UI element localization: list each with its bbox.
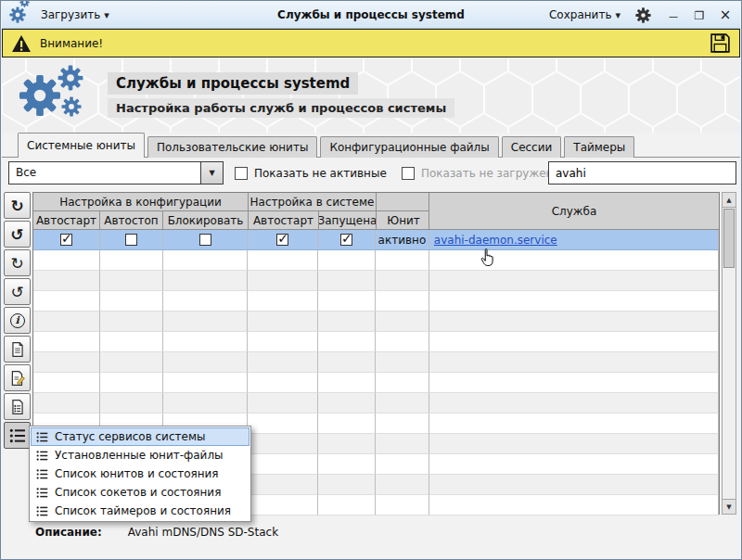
minimize-button[interactable] [666,8,681,22]
list-icon [36,468,48,480]
menu-item-label: Список юнитов и состояния [55,467,219,480]
menu-item-timers-state[interactable]: Список таймеров и состояния [31,502,249,520]
dropdown-arrow-icon[interactable] [200,162,223,184]
search-input[interactable] [548,161,736,185]
service-link[interactable]: avahi-daemon.service [434,234,557,247]
info-icon [10,313,25,328]
col-unit-header[interactable]: Юнит [377,211,430,230]
save-file-icon[interactable] [710,32,731,54]
app-logo-gears-icon [15,65,100,126]
page-subtitle: Настройка работы служб и процессов систе… [108,98,454,118]
app-window: Загрузить Службы и процессы systemd Сохр… [0,0,742,560]
refresh-button[interactable] [4,192,31,219]
group-blank-header [377,193,430,211]
list-icon [36,505,48,517]
menu-item-label: Статус сервисов системы [55,430,205,443]
settings-gear-button[interactable] [635,7,651,23]
checkbox-box[interactable] [235,167,248,180]
status-list-button[interactable] [4,422,31,449]
table-row [33,373,719,393]
autostart-config-checkbox[interactable] [60,234,72,246]
status-bar: Описание: Avahi mDNS/DNS SD-Stack [2,520,740,559]
list-icon [36,487,48,499]
list-icon [36,450,48,462]
scroll-up-button[interactable] [723,193,736,208]
unit-status: активно [378,234,427,247]
table-row [33,332,719,352]
scope-select[interactable]: Все [8,161,224,185]
tab-sessions[interactable]: Сессии [502,136,562,158]
show-inactive-checkbox[interactable]: Показать не активные [235,161,387,185]
document-icon [9,341,26,358]
service-row-avahi[interactable]: активно avahi-daemon.service [33,230,719,250]
document-list-icon [9,399,26,415]
table-row [33,312,719,332]
app-header: Службы и процессы systemd Настройка рабо… [2,57,740,133]
menu-item-sockets-state[interactable]: Список сокетов и состояния [31,483,249,502]
scope-select-value: Все [9,162,200,184]
list-icon [36,431,48,443]
table-row [33,352,719,373]
col-service-header[interactable]: Служба [429,193,719,230]
description-value: Avahi mDNS/DNS SD-Stack [128,526,278,539]
show-inactive-label: Показать не активные [254,167,387,180]
gear-icon [9,6,26,23]
col-block-header[interactable]: Блокировать [163,211,249,230]
running-checkbox[interactable] [340,234,352,246]
menu-item-installed-unit-files[interactable]: Установленные юнит-файлы [31,446,249,465]
gear-small-icon [19,0,30,7]
document-edit-icon [9,370,26,387]
description-label: Описание: [35,526,102,539]
table-row [33,250,719,271]
save-menu-label: Сохранить [549,8,612,21]
journal-button[interactable] [4,393,31,420]
checkbox-box[interactable] [402,167,415,180]
chevron-down-icon [104,8,109,21]
col-autostop-header[interactable]: Автостоп [100,211,163,230]
warning-icon [11,34,32,53]
view-unit-file-button[interactable] [4,336,31,363]
scroll-down-button[interactable] [723,499,736,514]
list-menu-icon [9,427,26,444]
table-row [33,271,719,291]
menu-item-label: Установленные юнит-файлы [55,449,224,462]
col-autostart-system-header[interactable]: Автостарт [249,211,319,230]
col-autostart-config-header[interactable]: Автостарт [33,211,100,230]
autostop-checkbox[interactable] [125,234,137,246]
menu-item-label: Список таймеров и состояния [55,504,231,517]
restart-service-button[interactable] [4,221,31,248]
menu-item-units-state[interactable]: Список юнитов и состояния [31,465,249,483]
undo-button[interactable] [4,278,31,305]
maximize-button[interactable] [692,8,707,22]
menu-item-service-status[interactable]: Статус сервисов системы [31,427,249,446]
tab-config-files[interactable]: Конфигурационные файлы [320,136,498,158]
reload-service-button[interactable] [4,249,31,276]
scroll-thumb[interactable] [723,209,735,268]
chevron-down-icon [615,8,620,21]
window-controls [666,6,733,23]
vertical-scrollbar[interactable] [722,192,736,515]
app-gears-icon [9,6,30,23]
menu-item-label: Список сокетов и состояния [55,486,221,499]
status-context-menu: Статус сервисов системы Установленные юн… [29,426,251,522]
warning-bar: Внимание! [2,29,740,57]
edit-unit-file-button[interactable] [4,364,31,391]
autostart-system-checkbox[interactable] [276,234,288,246]
group-system-header: Настройка в системе [249,193,377,211]
save-menu-button[interactable]: Сохранить [544,6,626,24]
load-menu-button[interactable]: Загрузить [35,6,115,24]
page-title: Службы и процессы systemd [108,72,358,95]
tab-user-units[interactable]: Пользовательские юниты [147,136,317,158]
group-config-header: Настройка в конфигурации [33,193,249,211]
tab-timers[interactable]: Таймеры [564,136,634,158]
load-menu-label: Загрузить [41,8,100,21]
col-running-header[interactable]: Запущена [319,211,377,230]
table-row [33,291,719,312]
tab-bar: Системные юниты Пользовательские юниты К… [18,133,634,158]
info-button[interactable] [4,307,31,334]
block-checkbox[interactable] [199,234,211,246]
window-title: Службы и процессы systemd [277,8,465,21]
close-button[interactable] [718,6,733,23]
title-bar: Загрузить Службы и процессы systemd Сохр… [2,2,740,29]
tab-system-units[interactable]: Системные юниты [18,133,145,158]
